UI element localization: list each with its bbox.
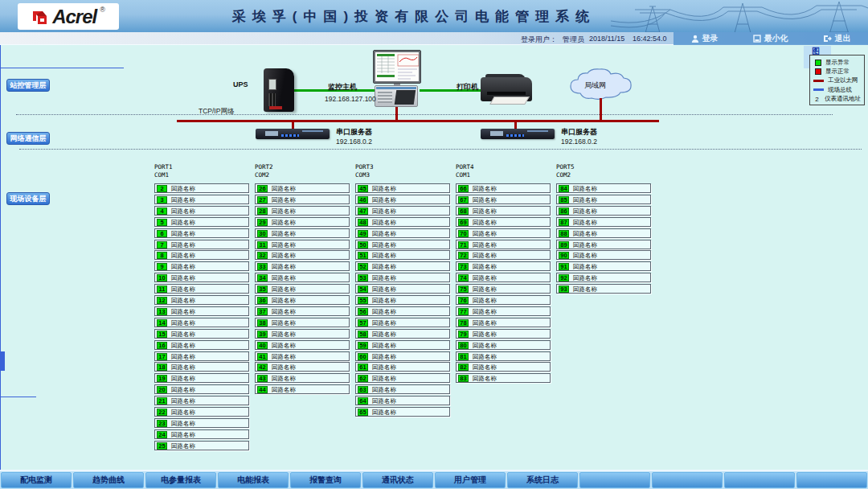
circuit-item[interactable]: 70回路名称 (456, 228, 551, 238)
circuit-item[interactable]: 93回路名称 (556, 284, 651, 294)
circuit-item[interactable]: 82回路名称 (456, 362, 551, 372)
circuit-item[interactable]: 5回路名称 (154, 217, 249, 227)
circuit-item[interactable]: 44回路名称 (255, 384, 350, 394)
nav-button-empty[interactable] (579, 472, 650, 488)
nav-button-empty[interactable] (652, 472, 723, 488)
circuit-item[interactable]: 73回路名称 (456, 261, 551, 271)
circuit-item[interactable]: 77回路名称 (456, 306, 551, 316)
circuit-item[interactable]: 57回路名称 (355, 318, 450, 327)
circuit-item[interactable]: 92回路名称 (556, 273, 651, 282)
circuit-item[interactable]: 46回路名称 (355, 195, 450, 204)
nav-button-7[interactable]: 用户管理 (435, 472, 506, 488)
circuit-item[interactable]: 71回路名称 (456, 240, 551, 249)
circuit-item[interactable]: 90回路名称 (556, 250, 651, 260)
circuit-item[interactable]: 79回路名称 (456, 329, 551, 339)
circuit-item[interactable]: 4回路名称 (154, 206, 249, 216)
circuit-item[interactable]: 7回路名称 (154, 240, 249, 249)
circuit-item[interactable]: 69回路名称 (456, 217, 551, 227)
circuit-item[interactable]: 2回路名称 (154, 183, 249, 193)
circuit-item[interactable]: 66回路名称 (456, 183, 551, 193)
circuit-item[interactable]: 83回路名称 (456, 373, 551, 383)
circuit-item[interactable]: 10回路名称 (154, 273, 249, 282)
circuit-item[interactable]: 28回路名称 (255, 206, 350, 216)
circuit-item[interactable]: 51回路名称 (355, 250, 450, 260)
circuit-item[interactable]: 50回路名称 (355, 240, 450, 249)
circuit-item[interactable]: 89回路名称 (556, 240, 651, 249)
minimize-button[interactable]: 最小化 (750, 33, 792, 44)
circuit-item[interactable]: 91回路名称 (556, 261, 651, 271)
circuit-item[interactable]: 11回路名称 (154, 284, 249, 294)
circuit-item[interactable]: 20回路名称 (154, 384, 249, 394)
circuit-item[interactable]: 78回路名称 (456, 318, 551, 327)
circuit-item[interactable]: 72回路名称 (456, 250, 551, 260)
circuit-item[interactable]: 86回路名称 (556, 206, 651, 216)
circuit-item[interactable]: 12回路名称 (154, 295, 249, 305)
circuit-item[interactable]: 33回路名称 (255, 261, 350, 271)
nav-button-8[interactable]: 系统日志 (507, 472, 578, 488)
nav-button-5[interactable]: 报警查询 (290, 472, 361, 488)
circuit-item[interactable]: 48回路名称 (355, 217, 450, 227)
circuit-item[interactable]: 21回路名称 (154, 396, 249, 405)
circuit-item[interactable]: 18回路名称 (154, 362, 249, 372)
circuit-item[interactable]: 31回路名称 (255, 240, 350, 249)
nav-button-empty[interactable] (724, 472, 795, 488)
circuit-item[interactable]: 53回路名称 (355, 273, 450, 282)
circuit-item[interactable]: 36回路名称 (255, 295, 350, 305)
nav-button-6[interactable]: 通讯状态 (362, 472, 433, 488)
circuit-item[interactable]: 39回路名称 (255, 329, 350, 339)
circuit-item[interactable]: 17回路名称 (154, 351, 249, 361)
circuit-item[interactable]: 54回路名称 (355, 284, 450, 294)
circuit-item[interactable]: 68回路名称 (456, 206, 551, 216)
login-button[interactable]: 登录 (688, 33, 722, 44)
circuit-item[interactable]: 34回路名称 (255, 273, 350, 282)
circuit-item[interactable]: 43回路名称 (255, 373, 350, 383)
circuit-item[interactable]: 27回路名称 (255, 195, 350, 204)
exit-button[interactable]: 退出 (820, 33, 854, 44)
circuit-item[interactable]: 60回路名称 (355, 351, 450, 361)
nav-button-3[interactable]: 电参量报表 (145, 472, 216, 488)
circuit-item[interactable]: 65回路名称 (355, 407, 450, 417)
nav-button-2[interactable]: 趋势曲线 (73, 472, 144, 488)
circuit-item[interactable]: 74回路名称 (456, 273, 551, 282)
circuit-item[interactable]: 37回路名称 (255, 306, 350, 316)
circuit-item[interactable]: 29回路名称 (255, 217, 350, 227)
nav-button-empty[interactable] (796, 472, 867, 488)
circuit-item[interactable]: 45回路名称 (355, 183, 450, 193)
circuit-item[interactable]: 87回路名称 (556, 217, 651, 227)
circuit-item[interactable]: 56回路名称 (355, 306, 450, 316)
circuit-item[interactable]: 38回路名称 (255, 318, 350, 327)
circuit-item[interactable]: 26回路名称 (255, 183, 350, 193)
circuit-item[interactable]: 6回路名称 (154, 228, 249, 238)
circuit-item[interactable]: 88回路名称 (556, 228, 651, 238)
circuit-item[interactable]: 25回路名称 (154, 441, 249, 450)
nav-button-1[interactable]: 配电监测 (1, 472, 72, 488)
circuit-item[interactable]: 62回路名称 (355, 373, 450, 383)
circuit-item[interactable]: 76回路名称 (456, 295, 551, 305)
circuit-item[interactable]: 14回路名称 (154, 318, 249, 327)
circuit-item[interactable]: 49回路名称 (355, 228, 450, 238)
circuit-item[interactable]: 55回路名称 (355, 295, 450, 305)
circuit-item[interactable]: 84回路名称 (556, 183, 651, 193)
circuit-item[interactable]: 15回路名称 (154, 329, 249, 339)
circuit-item[interactable]: 13回路名称 (154, 306, 249, 316)
circuit-item[interactable]: 19回路名称 (154, 373, 249, 383)
circuit-item[interactable]: 59回路名称 (355, 340, 450, 350)
circuit-item[interactable]: 67回路名称 (456, 195, 551, 204)
circuit-item[interactable]: 80回路名称 (456, 340, 551, 350)
circuit-item[interactable]: 22回路名称 (154, 407, 249, 417)
circuit-item[interactable]: 32回路名称 (255, 250, 350, 260)
circuit-item[interactable]: 30回路名称 (255, 228, 350, 238)
circuit-item[interactable]: 81回路名称 (456, 351, 551, 361)
circuit-item[interactable]: 40回路名称 (255, 340, 350, 350)
circuit-item[interactable]: 24回路名称 (154, 429, 249, 439)
circuit-item[interactable]: 58回路名称 (355, 329, 450, 339)
circuit-item[interactable]: 8回路名称 (154, 250, 249, 260)
circuit-item[interactable]: 16回路名称 (154, 340, 249, 350)
circuit-item[interactable]: 63回路名称 (355, 384, 450, 394)
circuit-item[interactable]: 47回路名称 (355, 206, 450, 216)
circuit-item[interactable]: 3回路名称 (154, 195, 249, 204)
circuit-item[interactable]: 52回路名称 (355, 261, 450, 271)
circuit-item[interactable]: 35回路名称 (255, 284, 350, 294)
circuit-item[interactable]: 75回路名称 (456, 284, 551, 294)
circuit-item[interactable]: 42回路名称 (255, 362, 350, 372)
